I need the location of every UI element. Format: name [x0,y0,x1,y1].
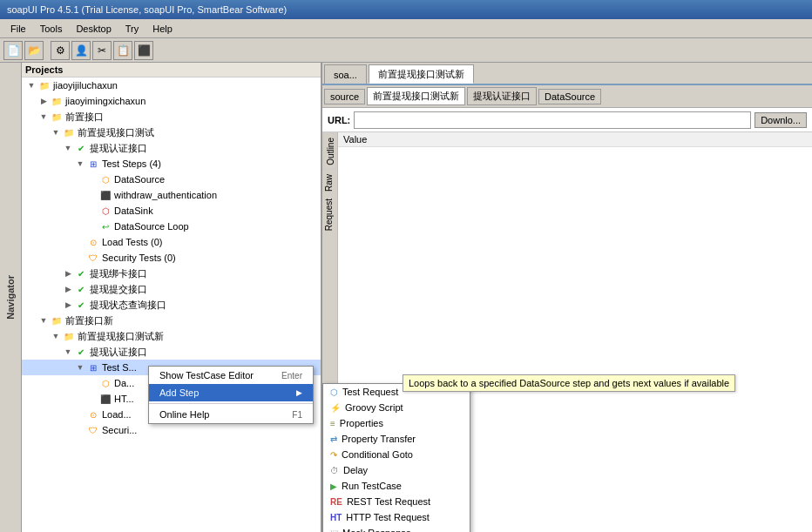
tree-item-security2[interactable]: 🛡 Securi... [22,422,321,438]
loop-icon: ↩ [98,219,112,233]
content-tab-renzheng[interactable]: 提现认证接口 [467,87,537,105]
tree-label-dsloop: DataSource Loop [114,221,189,232]
tree-label-statusquery: 提现状态查询接口 [90,299,166,312]
tree-item-statusquery[interactable]: ▶ ✔ 提现状态查询接口 [22,297,321,313]
request-tab[interactable]: Request [322,195,337,234]
ctx-show-testcase[interactable]: Show TestCase Editor Enter [149,367,313,384]
expand-jiaoyiming[interactable]: ▶ [37,97,50,105]
submenu-delay[interactable]: ⏱ Delay [323,462,470,478]
submenu-groovy[interactable]: ⚡ Groovy Script [323,400,470,415]
submenu-run-testcase[interactable]: ▶ Run TestCase [323,478,470,494]
expand-tijiaorenzheng2[interactable]: ▼ [62,347,74,356]
expand-teststeps-s[interactable]: ▼ [74,363,86,372]
expand-commit[interactable]: ▶ [62,285,74,293]
submenu-rest[interactable]: RE REST Test Request [323,494,470,509]
menu-try[interactable]: Try [118,22,145,36]
url-input[interactable] [354,111,751,129]
tree-item-qianzhitijiao[interactable]: ▼ 📁 前置提现接口测试 [22,125,321,140]
toolbar-btn3[interactable]: ⚙ [51,41,70,60]
submenu-property-transfer[interactable]: ⇄ Property Transfer [323,431,470,447]
ctx-add-step[interactable]: Add Step ▶ [149,384,313,401]
rest-icon: RE [330,497,342,507]
toolbar-btn7[interactable]: ⬛ [134,41,153,60]
tree-item-loadtests[interactable]: ⊙ Load Tests (0) [22,234,321,250]
expand-qianzhi[interactable]: ▼ [37,112,50,121]
mock-icon: ⬚ [330,529,338,533]
tree-item-datasink[interactable]: ⬡ DataSink [22,203,321,219]
security-icon-2: 🛡 [86,423,100,437]
tree-label-tijiaorenzheng2: 提现认证接口 [90,346,147,359]
transfer-icon: ⇄ [330,434,337,444]
tree-label-teststeps4: Test Steps (4) [102,158,161,169]
raw-tab[interactable]: Raw [322,171,337,195]
menu-help[interactable]: Help [145,22,179,36]
folder-icon-qianzhitijiao2: 📁 [62,329,76,343]
menu-file[interactable]: File [3,22,33,36]
menu-tools[interactable]: Tools [33,22,70,36]
toolbar-btn6[interactable]: 📋 [113,41,132,60]
tree-item-qianzhixin[interactable]: ▼ 📁 前置接口新 [22,313,321,328]
toolbar-btn4[interactable]: 👤 [71,41,91,60]
tree-label-sec2: Securi... [102,425,137,435]
toolbar-new[interactable]: 📄 [3,41,23,60]
arrow-add-step: ▶ [296,388,302,397]
tree-item-withdraw[interactable]: ⬛ withdraw_authentication [22,187,321,203]
toolbar-open[interactable]: 📂 [24,41,44,60]
expand-jiaoyiji[interactable]: ▼ [25,81,37,90]
tree-item-jiaoyijiluchaxun[interactable]: ▼ 📁 jiaoyijiluchaxun [22,77,321,93]
outline-tab[interactable]: Outline [323,133,336,170]
tree-label-jiaoyiming: jiaoyimingxichaxun [65,96,145,106]
toolbar-btn5[interactable]: ✂ [92,41,112,60]
submenu-properties[interactable]: ≡ Properties [323,415,470,431]
content-tab-source[interactable]: source [324,89,365,104]
tab-qianzhi[interactable]: 前置提现接口测试新 [369,64,474,84]
expand-qianzhitijiao2[interactable]: ▼ [50,332,62,340]
req-icon: ⬡ [330,387,338,397]
expand-statusquery[interactable]: ▶ [62,300,74,309]
download-button[interactable]: Downlo... [754,112,807,128]
tree-item-qianzhitijiao2[interactable]: ▼ 📁 前置提现接口测试新 [22,328,321,344]
tree-label-security: Security Tests (0) [102,253,176,263]
expand-qianzhitijiao[interactable]: ▼ [50,128,62,137]
content-tab-datasource[interactable]: DataSource [538,89,601,104]
run-icon: ▶ [330,481,337,491]
http-icon-ht: ⬛ [98,392,112,406]
content-tab-qianzhi-new[interactable]: 前置提现接口测试新 [367,87,465,105]
tree-item-qianzhi[interactable]: ▼ 📁 前置接口 [22,109,321,125]
tab-soa[interactable]: soa... [324,64,367,84]
tree-item-bindcard[interactable]: ▶ ✔ 提现绑卡接口 [22,266,321,281]
expand-teststeps4[interactable]: ▼ [74,159,86,168]
tree-label-bindcard: 提现绑卡接口 [90,267,147,280]
tree-label-jiaoyiji: jiaoyijiluchaxun [53,80,118,91]
ctx-online-help[interactable]: Online Help F1 [149,406,313,423]
folder-icon-jiaoyiming: 📁 [50,94,64,108]
load-icon: ⊙ [86,235,100,249]
tree-item-jiaoyiming[interactable]: ▶ 📁 jiaoyimingxichaxun [22,93,321,109]
tree-label-commit: 提现提交接口 [90,283,147,296]
title-bar: soapUI Pro 4.5.1 (Trial License, soapUI … [0,0,812,19]
tree-label-qianzhitijiao: 前置提现接口测试 [78,126,154,139]
submenu-http[interactable]: HT HTTP Test Request [323,509,470,525]
http-icon: HT [330,513,342,522]
tree-item-tijiaorenzheng2[interactable]: ▼ ✔ 提现认证接口 [22,344,321,360]
tree-label-qianzhixin: 前置接口新 [65,314,113,327]
submenu-test-request[interactable]: ⬡ Test Request [323,384,470,400]
check-icon-tijiaorenzheng2: ✔ [74,345,88,359]
tree-item-commit[interactable]: ▶ ✔ 提现提交接口 [22,281,321,297]
steps-icon-teststeps4: ⊞ [86,157,100,171]
expand-qianzhixin[interactable]: ▼ [37,316,50,325]
menu-desktop[interactable]: Desktop [69,22,118,36]
tree-item-teststeps4[interactable]: ▼ ⊞ Test Steps (4) [22,156,321,172]
submenu-conditional-goto[interactable]: ↷ Conditional Goto [323,447,470,462]
tree-label-load2: Load... [102,409,132,420]
tree-item-dsloop[interactable]: ↩ DataSource Loop [22,219,321,234]
content-tab-bar: soa... 前置提现接口测试新 [322,63,812,85]
tree-item-security[interactable]: 🛡 Security Tests (0) [22,250,321,266]
expand-tijiaorenzheng[interactable]: ▼ [62,144,74,152]
tree-item-tijiaorenzheng[interactable]: ▼ ✔ 提现认证接口 [22,140,321,156]
steps-icon-s: ⊞ [86,360,100,374]
submenu-mock[interactable]: ⬚ Mock Response [323,525,470,532]
expand-bindcard[interactable]: ▶ [62,269,74,278]
tree-label-datasink: DataSink [114,205,153,216]
tree-item-datasource[interactable]: ⬡ DataSource [22,172,321,187]
